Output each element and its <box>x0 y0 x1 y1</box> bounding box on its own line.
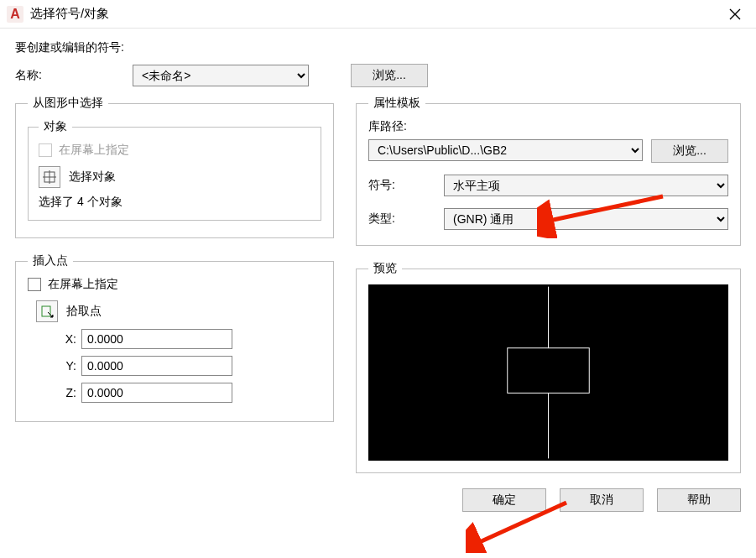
symbol-label: 符号: <box>368 178 444 193</box>
preview-canvas <box>368 284 728 461</box>
pick-point-label: 拾取点 <box>66 304 102 319</box>
from-drawing-fieldset: 从图形中选择 对象 在屏幕上指定 选择对 <box>15 96 334 238</box>
prompt-label: 要创建或编辑的符号: <box>15 40 124 55</box>
z-coord-input[interactable] <box>81 383 232 403</box>
selection-status: 选择了 4 个对象 <box>39 195 310 210</box>
insertion-legend: 插入点 <box>28 253 73 269</box>
help-button[interactable]: 帮助 <box>657 488 741 512</box>
ins-specify-on-screen-label: 在屏幕上指定 <box>48 277 118 292</box>
titlebar: A 选择符号/对象 <box>0 0 756 29</box>
app-icon: A <box>7 6 23 23</box>
name-label: 名称: <box>15 68 133 83</box>
prop-template-legend: 属性模板 <box>368 96 425 111</box>
type-select[interactable]: (GNR) 通用 <box>444 208 728 230</box>
from-drawing-legend: 从图形中选择 <box>28 96 108 111</box>
objects-legend: 对象 <box>39 119 72 134</box>
name-select[interactable]: <未命名> <box>133 65 309 86</box>
ins-specify-on-screen-checkbox[interactable] <box>28 278 41 291</box>
type-label: 类型: <box>368 211 444 227</box>
obj-specify-on-screen-checkbox <box>39 143 52 157</box>
window-title: 选择符号/对象 <box>30 6 721 22</box>
lib-path-select[interactable]: C:\Users\Public\D...\GB2 <box>368 139 643 161</box>
svg-rect-1 <box>42 306 50 316</box>
preview-legend: 预览 <box>368 261 402 276</box>
pick-point-icon <box>40 305 54 318</box>
ok-button[interactable]: 确定 <box>462 488 546 512</box>
select-objects-label: 选择对象 <box>69 169 116 185</box>
close-icon <box>729 8 741 20</box>
svg-rect-3 <box>508 348 590 394</box>
name-browse-button[interactable]: 浏览... <box>351 64 428 87</box>
y-coord-input[interactable] <box>81 356 232 376</box>
x-axis-label: X: <box>53 332 76 346</box>
crosshair-icon <box>43 170 56 184</box>
insertion-fieldset: 插入点 在屏幕上指定 拾取点 X: <box>15 253 334 422</box>
dialog-button-row: 确定 取消 帮助 <box>356 488 741 512</box>
cancel-button[interactable]: 取消 <box>560 488 644 512</box>
y-axis-label: Y: <box>53 359 76 373</box>
prop-template-fieldset: 属性模板 库路径: C:\Users\Public\D...\GB2 浏览...… <box>356 96 741 246</box>
lib-path-label: 库路径: <box>368 119 407 133</box>
z-axis-label: Z: <box>53 386 76 399</box>
select-objects-button[interactable] <box>39 166 60 188</box>
lib-browse-button[interactable]: 浏览... <box>651 139 728 163</box>
pick-point-button[interactable] <box>36 300 58 322</box>
obj-specify-on-screen-label: 在屏幕上指定 <box>59 143 129 158</box>
close-button[interactable] <box>721 0 749 29</box>
objects-fieldset: 对象 在屏幕上指定 选择对象 选择了 <box>28 119 321 221</box>
preview-fieldset: 预览 <box>356 261 741 473</box>
x-coord-input[interactable] <box>81 329 232 349</box>
symbol-select[interactable]: 水平主项 <box>444 175 728 196</box>
preview-symbol-icon <box>368 284 728 461</box>
